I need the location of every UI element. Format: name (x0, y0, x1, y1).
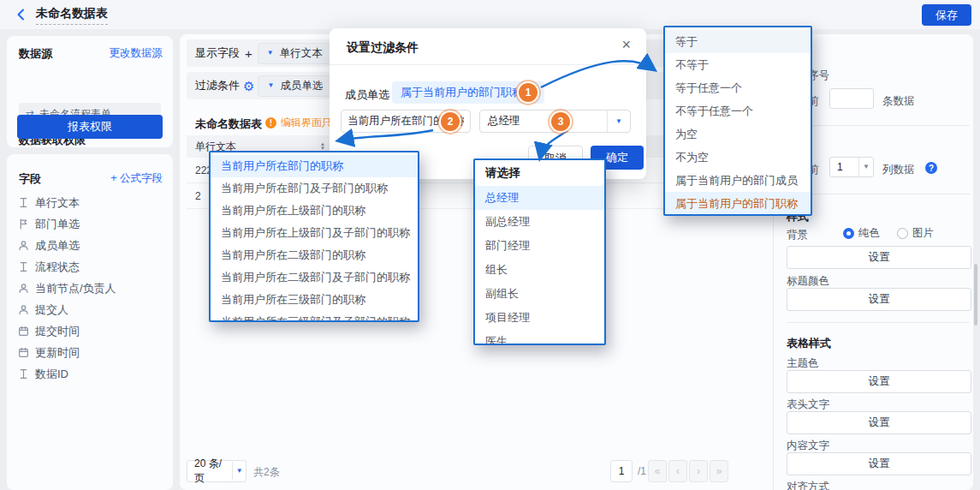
dropdown-option[interactable]: 部门经理 (475, 234, 604, 258)
modal-title: 设置过滤条件 (347, 40, 419, 56)
content-text-set-button[interactable]: 设置 (787, 452, 971, 475)
display-count-input[interactable] (829, 88, 874, 109)
field-item-label: 更新时间 (35, 345, 80, 361)
field-item[interactable]: 成员单选 (7, 235, 173, 256)
theme-color-label: 主题色 (787, 356, 819, 371)
total-count: 共2条 (253, 465, 280, 480)
caret-down-icon: ▼ (267, 50, 274, 57)
close-icon[interactable]: × (621, 37, 631, 52)
divider (787, 194, 970, 194)
title-color-set-button[interactable]: 设置 (787, 288, 971, 311)
content-text-label: 内容文字 (787, 439, 829, 453)
scrollbar[interactable] (974, 264, 977, 326)
member-icon (17, 240, 29, 252)
display-field-chip[interactable]: ▼ 单行文本 (258, 43, 332, 64)
prev-page-button[interactable]: ‹ (668, 460, 687, 482)
dropdown-option[interactable]: 当前用户所在部门的职称 (211, 155, 418, 177)
add-formula-field-link[interactable]: + 公式字段 (110, 171, 163, 186)
filter-condition-chip-label: 成员单选 (280, 79, 323, 93)
field-item[interactable]: 数据ID (7, 363, 173, 385)
dropdown-option[interactable]: 等于任意一个 (665, 76, 811, 99)
freeze-count-select[interactable]: 1 ▼ (829, 157, 874, 177)
datasource-title: 数据源 (19, 46, 52, 62)
dropdown-option[interactable]: 为空 (665, 122, 811, 146)
dropdown-option[interactable]: 副组长 (475, 282, 604, 306)
bg-image-radio[interactable]: 图片 (897, 226, 934, 241)
field-item-label: 成员单选 (35, 238, 80, 254)
report-permission-button[interactable]: 报表权限 (17, 115, 163, 139)
help-icon[interactable]: ? (925, 162, 937, 174)
freeze-suffix-label: 列数据 (882, 163, 915, 177)
save-button[interactable]: 保存 (922, 4, 971, 26)
title-dropdown-panel: 请选择 总经理副总经理部门经理组长副组长项目经理医生 (473, 158, 606, 345)
last-page-button[interactable]: » (710, 460, 728, 482)
id-icon (17, 368, 29, 380)
title-value: 总经理 (480, 114, 607, 128)
first-page-button[interactable]: « (648, 460, 667, 482)
table-title: 未命名数据表 (195, 117, 262, 132)
dropdown-option[interactable]: 当前用户所在二级部门的职称 (211, 244, 418, 266)
field-item[interactable]: 部门单选 (7, 213, 173, 235)
field-item[interactable]: 单行文本 (7, 192, 173, 213)
annotation-badge-1: 1 (519, 83, 538, 102)
annotation-badge-2: 2 (441, 112, 460, 131)
divider (787, 322, 970, 323)
dept-icon (17, 218, 29, 230)
dropdown-option[interactable]: 不等于 (665, 53, 811, 76)
page-title[interactable]: 未命名数据表 (36, 6, 108, 25)
field-item-label: 当前节点/负责人 (35, 281, 116, 296)
dropdown-option[interactable]: 医生 (475, 330, 604, 345)
field-item-label: 数据ID (35, 367, 68, 382)
dropdown-option[interactable]: 当前用户所在部门及子部门的职称 (211, 177, 418, 200)
add-display-field-button[interactable]: + (245, 46, 252, 61)
operator-dropdown-panel: 等于不等于等于任意一个不等于任意一个为空不为空属于当前用户的部门成员属于当前用户… (663, 26, 812, 216)
field-list: 单行文本部门单选成员单选流程状态当前节点/负责人提交人提交时间更新时间数据ID (7, 192, 173, 385)
user-icon (17, 304, 29, 316)
dropdown-option[interactable]: 不等于任意一个 (665, 99, 811, 122)
radio-off-icon (897, 228, 908, 239)
field-item[interactable]: 当前节点/负责人 (7, 278, 173, 299)
dropdown-option[interactable]: 当前用户所在三级部门及子部门的职称 (211, 311, 418, 322)
dropdown-placeholder: 请选择 (475, 160, 604, 186)
caret-down-icon: ▼ (863, 164, 870, 170)
bg-set-button[interactable]: 设置 (787, 246, 971, 269)
caret-down-icon: ▼ (267, 82, 274, 89)
display-field-chip-label: 单行文本 (280, 46, 323, 61)
bg-solid-radio[interactable]: 纯色 (843, 226, 880, 241)
text-icon (17, 197, 29, 209)
dropdown-option[interactable]: 等于 (665, 30, 811, 53)
field-item[interactable]: 更新时间 (7, 342, 173, 363)
back-icon[interactable] (14, 7, 29, 22)
scope-dropdown-panel: 当前用户所在部门的职称当前用户所在部门及子部门的职称当前用户所在上级部门的职称当… (209, 151, 419, 322)
dropdown-option[interactable]: 当前用户所在二级部门及子部门的职称 (211, 266, 418, 289)
field-item-label: 提交人 (35, 302, 68, 318)
dropdown-option[interactable]: 当前用户所在三级部门的职称 (211, 289, 418, 311)
gear-icon[interactable]: ⚙ (243, 80, 254, 93)
change-datasource-link[interactable]: 更改数据源 (110, 46, 163, 61)
dropdown-option[interactable]: 项目经理 (475, 306, 604, 330)
page-size-select[interactable]: 20 条/页 ▼ (187, 460, 246, 482)
total-pages: /1 (638, 465, 646, 477)
dropdown-option[interactable]: 总经理 (475, 186, 604, 210)
dropdown-option[interactable]: 属于当前用户的部门职称 (665, 192, 811, 215)
filter-condition-chip[interactable]: ▼ 成员单选 (258, 75, 332, 97)
warning-icon: ! (265, 117, 276, 128)
dropdown-option[interactable]: 组长 (475, 258, 604, 282)
dropdown-option[interactable]: 属于当前用户的部门成员 (665, 169, 811, 192)
field-item[interactable]: 提交时间 (7, 320, 173, 342)
theme-color-set-button[interactable]: 设置 (787, 370, 971, 393)
current-page-box[interactable]: 1 (610, 460, 633, 482)
dropdown-option[interactable]: 副总经理 (475, 210, 604, 234)
field-item[interactable]: 流程状态 (7, 256, 173, 278)
header-text-set-button[interactable]: 设置 (787, 411, 971, 434)
divider (787, 125, 970, 126)
calendar-icon (17, 347, 29, 359)
freeze-count-value: 1 (830, 161, 858, 173)
sort-icon[interactable]: ▲ ▼ (320, 142, 325, 151)
dropdown-option[interactable]: 当前用户所在上级部门及子部门的职称 (211, 222, 418, 244)
field-item[interactable]: 提交人 (7, 299, 173, 320)
dropdown-option[interactable]: 不为空 (665, 146, 811, 169)
field-item-label: 部门单选 (35, 217, 80, 232)
next-page-button[interactable]: › (689, 460, 708, 482)
dropdown-option[interactable]: 当前用户所在上级部门的职称 (211, 200, 418, 222)
